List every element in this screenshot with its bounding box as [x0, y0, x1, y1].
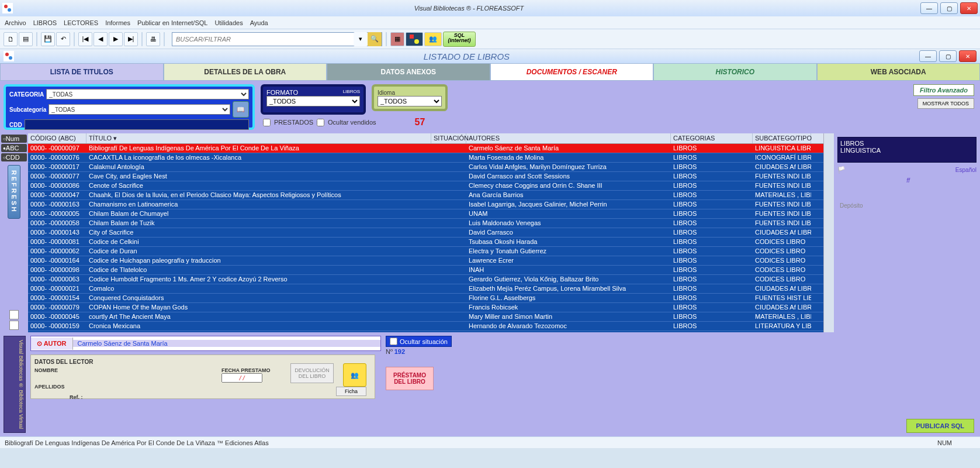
undo-button[interactable]: ↶ [56, 32, 70, 46]
close-button[interactable]: ✕ [960, 2, 978, 14]
minimize-button[interactable]: — [920, 2, 938, 14]
publicar-sql-button[interactable]: PUBLICAR SQL [906, 419, 975, 433]
col-categorias[interactable]: CATEGORIAS [671, 133, 753, 143]
table-row[interactable]: 0000- -00000045courtly Art The Ancient M… [28, 312, 823, 322]
table-row[interactable]: 0000- -00000164Codice de Huichapan paleo… [28, 256, 823, 266]
svg-point-6 [5, 53, 9, 56]
menu-informes[interactable]: Informes [105, 19, 130, 26]
table-row[interactable]: 0000- -00000098Codice de TlatelolcoINAHL… [28, 266, 823, 275]
ocultar-situacion[interactable]: Ocultar situación [386, 336, 452, 347]
sub-minimize-button[interactable]: — [919, 50, 937, 62]
table-row[interactable]: 0000- -00000097Bibliografí De Lenguas In… [28, 144, 823, 153]
sql-internet-button[interactable]: SQL(Internet) [443, 32, 476, 47]
menu-libros[interactable]: LIBROS [33, 19, 57, 26]
tab-web[interactable]: WEB ASOCIADA [817, 63, 981, 81]
new-doc-button[interactable]: 🗋 [4, 32, 18, 46]
table-row[interactable]: 0000- -00000062Codice de DuranElectra y … [28, 247, 823, 256]
app-titlebar: Visual Bibliotecas ® - FLOREASSOFT — ▢ ✕ [0, 0, 980, 16]
ficha-button[interactable]: Ficha [336, 387, 366, 396]
table-row[interactable]: 0000- -00000143City of SacrificeDavid Ca… [28, 228, 823, 238]
table-row[interactable]: 0000- -00000077Cave City, and Eagles Nes… [28, 172, 823, 181]
svg-point-7 [9, 56, 12, 60]
col-autores[interactable]: AUTORES [466, 133, 671, 143]
table-row[interactable]: 0000- -00000047Chaahk, El Dios de la llu… [28, 191, 823, 200]
menu-ayuda[interactable]: Ayuda [250, 19, 268, 26]
table-row[interactable]: 0000- -00000081Codice de CelkiniTsubasa … [28, 238, 823, 247]
svg-point-1 [4, 5, 8, 8]
formato-select[interactable]: _TODOS [266, 96, 360, 106]
author-bar: ⊙ AUTOR Carmelo Sáenz de Santa María [30, 336, 381, 351]
mostrar-todos-button[interactable]: MOSTRAR TODOS [917, 98, 974, 109]
card-button[interactable]: ▤ [19, 32, 33, 46]
nombre-label: NOMBRE [34, 367, 58, 373]
sort-num[interactable]: ○ Num [1, 135, 27, 143]
table-row[interactable]: 0000- -00000017Calakmul AntologíaCarlos … [28, 163, 823, 172]
sort-abc[interactable]: ● ABC [1, 144, 27, 152]
col-subcat[interactable]: SUBCATEGO/TIPO [753, 133, 811, 143]
fecha-input[interactable] [221, 373, 262, 383]
ocultar-checkbox[interactable] [317, 119, 324, 126]
shapes-icon[interactable] [406, 32, 423, 46]
tab-datos-anexos[interactable]: DATOS ANEXOS [327, 63, 490, 81]
nav-prev-button[interactable]: ◀ [94, 32, 108, 46]
check2[interactable] [9, 321, 19, 330]
table-row[interactable]: 0000- -00000086Cenote of SacrificeClemec… [28, 181, 823, 191]
save-button[interactable]: 💾 [41, 32, 55, 46]
print-button[interactable]: 🖶 [146, 32, 160, 46]
col-titulo[interactable]: TÍTULO ▾ [86, 133, 431, 143]
table-row[interactable]: 0000- -00000159Cronica MexicanaHernando … [28, 322, 823, 331]
table-row[interactable]: 0000- -00000005Chilam Balam de ChumayelU… [28, 209, 823, 219]
grid-icon[interactable]: ▦ [390, 32, 404, 46]
maximize-button[interactable]: ▢ [940, 2, 958, 14]
table-row[interactable]: 0000- -00000163Chamanismo en Latinoameri… [28, 200, 823, 209]
prestados-checkbox[interactable] [263, 119, 271, 126]
tab-documentos[interactable]: DOCUMENTOS / ESCANER [490, 63, 654, 81]
menu-publicar[interactable]: Publicar en Internet/SQL [137, 19, 207, 26]
refresh-button[interactable]: REFRESH [8, 165, 20, 219]
grid-header: CÓDIGO (ABC) TÍTULO ▾ SITUACIÓN AUTORES … [28, 133, 823, 144]
subcat-select[interactable]: _TODAS [49, 104, 230, 115]
person-icon[interactable]: 👥 [343, 363, 366, 387]
table-row[interactable]: 0000- -00000076CACAXTLA La iconografía d… [28, 153, 823, 163]
prestamo-button[interactable]: PRÉSTAMO DEL LIBRO [386, 367, 434, 390]
menu-archivo[interactable]: Archivo [5, 19, 26, 26]
menu-utilidades[interactable]: Utilidades [214, 19, 243, 26]
sort-cdd[interactable]: ○ CDD [1, 153, 27, 161]
sub-close-button[interactable]: ✕ [959, 50, 976, 62]
table-row[interactable]: 0000- -00000154Conquered ConquistadorsFl… [28, 294, 823, 303]
nav-first-button[interactable]: |◀ [78, 32, 92, 46]
menu-lectores[interactable]: LECTORES [64, 19, 98, 26]
tab-detalles[interactable]: DETALLES DE LA OBRA [164, 63, 327, 81]
people-icon[interactable]: 👥 [424, 32, 442, 46]
table-row[interactable]: 0000- -00000021ComalcoElizabeth Mejía Pe… [28, 284, 823, 294]
search-input[interactable] [172, 36, 354, 43]
devolucion-button[interactable]: DEVOLUCIÓN DEL LIBRO [290, 363, 334, 383]
grid-scrollbar[interactable] [823, 133, 834, 332]
table-row[interactable]: 0000- -00000063Codice Humboldt Fragmento… [28, 275, 823, 284]
tab-lista-titulos[interactable]: LISTA DE TITULOS [0, 63, 164, 81]
tab-historico[interactable]: HISTORICO [653, 63, 817, 81]
table-row[interactable]: 0000- -00000079COPAN Home Of the Mayan G… [28, 303, 823, 312]
books-grid[interactable]: CÓDIGO (ABC) TÍTULO ▾ SITUACIÓN AUTORES … [28, 133, 823, 332]
ocultsit-check[interactable] [390, 338, 397, 345]
vertical-tab[interactable]: Visual Bibliotecas ® Biblioteca Virtual [4, 336, 26, 433]
check1[interactable] [9, 310, 19, 319]
nav-next-button[interactable]: ▶ [109, 32, 123, 46]
cdd-input[interactable] [25, 119, 249, 130]
idioma-panel: Idioma _TODOS [372, 84, 448, 111]
col-situacion[interactable]: SITUACIÓN [431, 133, 466, 143]
right-panel: LIBROS LINGUISTICA 🏳️Español ff Depósito [834, 133, 980, 332]
main-area: ○ Num ● ABC ○ CDD REFRESH CÓDIGO (ABC) T… [0, 133, 980, 332]
author-label[interactable]: ⊙ AUTOR [31, 338, 73, 350]
book-icon[interactable]: 📖 [233, 101, 249, 118]
table-row[interactable]: 0000- -00000058Chilam Balam de TuzikLuis… [28, 219, 823, 228]
idioma-select[interactable]: _TODOS [378, 96, 442, 106]
search-dropdown-icon[interactable]: ▾ [354, 32, 368, 46]
filtro-avanzado-button[interactable]: Filtro Avanzado [913, 84, 974, 96]
categoria-select[interactable]: _TODAS [46, 89, 249, 99]
search-go-icon[interactable]: 🔍 [368, 32, 382, 46]
status-bar: Bibliografí De Lenguas Indígenas De Amér… [0, 436, 980, 448]
sub-maximize-button[interactable]: ▢ [939, 50, 957, 62]
nav-last-button[interactable]: ▶| [124, 32, 138, 46]
col-codigo[interactable]: CÓDIGO (ABC) [28, 133, 86, 143]
